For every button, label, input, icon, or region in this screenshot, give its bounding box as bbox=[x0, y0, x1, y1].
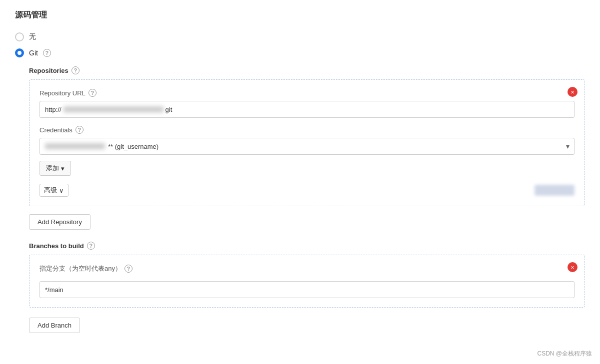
radio-circle-none[interactable] bbox=[15, 32, 24, 41]
remove-branch-button[interactable]: × bbox=[568, 262, 578, 272]
blurred-badge bbox=[534, 185, 574, 196]
blurred-url-text bbox=[64, 106, 164, 112]
radio-circle-git[interactable] bbox=[15, 48, 24, 57]
add-credentials-button[interactable]: 添加 ▾ bbox=[40, 161, 71, 176]
repository-card: × Repository URL ? http:// git Credentia… bbox=[29, 79, 585, 206]
git-help-icon[interactable]: ? bbox=[43, 49, 51, 57]
repo-url-help-icon[interactable]: ? bbox=[88, 89, 96, 97]
repo-url-field-label: Repository URL ? bbox=[40, 89, 574, 97]
credentials-select-wrapper: ** (git_username) ▾ bbox=[40, 138, 574, 155]
credentials-select[interactable]: ** (git_username) ▾ bbox=[40, 138, 574, 155]
branches-help-icon[interactable]: ? bbox=[87, 242, 95, 250]
radio-label-git: Git bbox=[29, 49, 38, 57]
repositories-help-icon[interactable]: ? bbox=[72, 66, 80, 74]
add-branch-button[interactable]: Add Branch bbox=[29, 318, 80, 333]
advanced-toggle-button[interactable]: 高级 ∨ bbox=[40, 184, 68, 197]
radio-item-git[interactable]: Git ? bbox=[15, 48, 585, 57]
scm-radio-group: 无 Git ? bbox=[15, 32, 585, 57]
page-title: 源码管理 bbox=[15, 10, 585, 20]
branches-section: Branches to build ? × 指定分支（为空时代表any） ? A… bbox=[15, 242, 585, 333]
radio-item-none[interactable]: 无 bbox=[15, 32, 585, 41]
credentials-dropdown-arrow: ▾ bbox=[566, 142, 570, 150]
remove-repository-button[interactable]: × bbox=[568, 87, 578, 97]
advanced-chevron-icon: ∨ bbox=[59, 187, 64, 194]
credentials-field-label: Credentials ? bbox=[40, 126, 574, 134]
branch-specifier-help-icon[interactable]: ? bbox=[124, 265, 132, 273]
repository-url-display: http:// git bbox=[40, 101, 574, 118]
watermark: CSDN @全栈程序猿 bbox=[537, 350, 592, 358]
repositories-section-label: Repositories ? bbox=[29, 66, 585, 74]
branches-section-label: Branches to build ? bbox=[29, 242, 585, 250]
credentials-section: Credentials ? ** (git_username) ▾ 添加 ▾ bbox=[40, 126, 574, 176]
branch-specifier-label: 指定分支（为空时代表any） ? bbox=[40, 264, 574, 273]
blurred-credential-text bbox=[45, 143, 105, 149]
add-btn-arrow: ▾ bbox=[61, 165, 64, 172]
add-repository-button[interactable]: Add Repository bbox=[29, 214, 90, 230]
credentials-help-icon[interactable]: ? bbox=[76, 126, 84, 134]
branch-card: × 指定分支（为空时代表any） ? bbox=[29, 255, 585, 308]
advanced-row: 高级 ∨ bbox=[40, 184, 574, 197]
radio-label-none: 无 bbox=[29, 32, 36, 41]
branch-specifier-input[interactable] bbox=[40, 281, 574, 298]
